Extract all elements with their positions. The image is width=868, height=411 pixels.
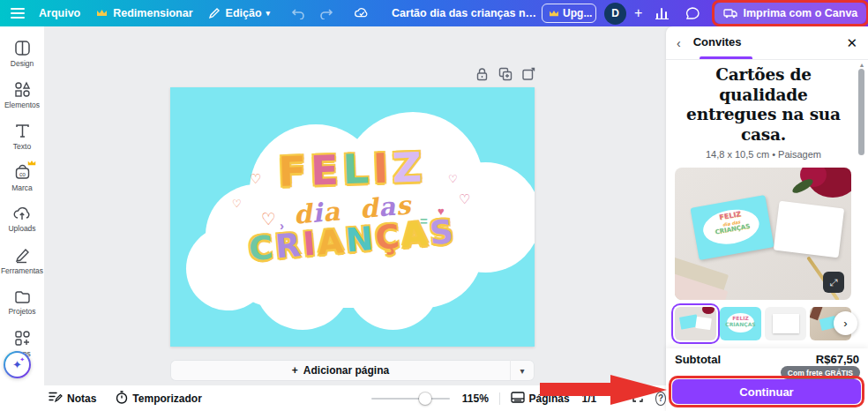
product-preview-photo[interactable]: FELIZ dia das CRIANÇAS ⤢ (675, 168, 851, 300)
magic-assistant-button[interactable]: ✦ ✦ (4, 351, 31, 378)
crown-icon (549, 6, 559, 20)
sidebar-item-projetos[interactable]: Projetos (0, 282, 44, 323)
add-member-button[interactable]: + (634, 6, 642, 20)
notes-icon (49, 391, 63, 406)
menu-edicao-label: Edição (226, 7, 262, 19)
notes-button[interactable]: Notas (49, 391, 96, 406)
crown-icon (94, 6, 108, 20)
document-title[interactable]: Cartão dia das crianças nuvem infan... (392, 7, 542, 19)
print-button-label: Imprima com o Canva (743, 7, 857, 19)
fullscreen-icon (632, 392, 643, 405)
timer-button[interactable]: Temporizador (116, 391, 201, 407)
sparkle-dash-decoration: › (280, 218, 284, 233)
zoom-slider-handle[interactable] (419, 392, 431, 405)
sidebar-label: Ferramentas (1, 266, 43, 275)
sidebar-item-elementos[interactable]: Elementos (0, 75, 44, 116)
subtotal-label: Subtotal (675, 353, 721, 366)
tab-active-underline (700, 56, 752, 59)
thumbnail-design-front[interactable]: FELIZ CRIANÇAS (720, 307, 761, 340)
sidebar-label: Marca (11, 183, 33, 192)
thumbnails-next-button[interactable]: › (834, 311, 857, 335)
text-icon (14, 123, 31, 139)
zoom-level[interactable]: 115% (462, 392, 489, 405)
undo-icon[interactable] (291, 6, 305, 20)
panel-title: Cartões de qualidade entregues na sua ca… (675, 65, 852, 145)
print-with-canva-button[interactable]: Imprima com o Canva (715, 3, 866, 24)
notes-label: Notas (67, 392, 96, 405)
sidebar-item-marca[interactable]: co Marca (0, 158, 44, 198)
heart-decoration: ♡ (250, 171, 261, 187)
pages-label: Páginas (529, 392, 570, 405)
sidebar-label: Texto (13, 142, 31, 151)
sidebar-label: Design (11, 59, 34, 68)
thumbnail-lifestyle-1[interactable] (675, 307, 716, 340)
sidebar-item-ferramentas[interactable]: Ferramentas (0, 241, 44, 281)
redo-icon[interactable] (319, 6, 333, 20)
heart-decoration: ♥ (438, 205, 445, 218)
uploads-cloud-icon (13, 206, 31, 221)
annotation-highlight-print: Imprima com o Canva (712, 0, 868, 26)
cloud-saved-icon[interactable] (355, 6, 369, 20)
tab-convites[interactable]: Convites (693, 35, 742, 50)
page-indicator: 1/1 (582, 392, 597, 405)
add-page-label: Adicionar página (303, 364, 389, 377)
annotation-highlight-continue: Continuar (669, 376, 864, 407)
heart-decoration: ♡ (459, 191, 470, 207)
add-page-caret-button[interactable]: ▾ (510, 360, 535, 381)
pencil-icon (207, 6, 221, 20)
panel-scrollbar[interactable]: ▲ ▼ (857, 62, 866, 369)
sidebar-item-texto[interactable]: Texto (0, 116, 44, 157)
sidebar-item-uploads[interactable]: Uploads (0, 199, 44, 240)
back-chevron-icon[interactable]: ‹ (677, 36, 681, 50)
grid-view-icon (610, 392, 622, 406)
mock-card-front: FELIZ dia das CRIANÇAS (690, 195, 774, 260)
pages-icon (511, 392, 525, 406)
expand-photo-button[interactable]: ⤢ (823, 272, 844, 293)
fullscreen-button[interactable] (632, 392, 643, 405)
mock-card-back (774, 201, 844, 258)
scroll-up-arrow[interactable]: ▲ (857, 62, 866, 68)
stopwatch-icon (116, 391, 128, 407)
timer-label: Temporizador (132, 392, 201, 405)
lock-icon[interactable] (475, 66, 490, 81)
insights-chart-icon[interactable] (650, 3, 673, 24)
zoom-slider[interactable] (371, 398, 450, 400)
plus-icon: + (292, 364, 298, 377)
continue-button[interactable]: Continuar (672, 379, 861, 404)
scrollbar-thumb[interactable] (858, 69, 864, 155)
sidebar-item-design[interactable]: Design (0, 34, 44, 74)
help-button[interactable]: ? (655, 392, 666, 406)
heart-decoration: ♡ (261, 209, 276, 229)
panel-specs: 14,8 x 10,5 cm • Paisagem (675, 149, 852, 160)
hamburger-menu-icon[interactable] (11, 6, 25, 20)
avatar[interactable]: D (604, 3, 626, 25)
add-page-button[interactable]: + Adicionar página (170, 360, 510, 381)
menu-edicao[interactable]: Edição ▾ (207, 6, 271, 20)
workspace: FELIZ dia das CRIANÇAS ♡ ♡ ♡ ♡ ♡ ♥ › = +… (44, 26, 666, 385)
design-page[interactable]: FELIZ dia das CRIANÇAS ♡ ♡ ♡ ♡ ♡ ♥ › = (170, 87, 535, 347)
panel-footer: Subtotal R$67,50 Com frete GRÁTIS Contin… (666, 348, 868, 411)
sidebar-label: Elementos (4, 101, 40, 109)
add-page-icon[interactable] (520, 66, 535, 81)
close-icon[interactable]: ✕ (846, 35, 857, 51)
thumbnail-blank-back[interactable] (765, 307, 806, 340)
panel-body: Cartões de qualidade entregues na sua ca… (666, 60, 868, 349)
apps-grid-icon (14, 330, 31, 347)
divider (499, 392, 500, 405)
duplicate-page-icon[interactable] (498, 66, 513, 81)
pages-button[interactable]: Páginas (511, 392, 570, 406)
panel-header: ‹ Convites ✕ (666, 26, 868, 60)
comments-bubble-icon[interactable] (681, 3, 704, 24)
menu-redimensionar[interactable]: Redimensionar (94, 6, 192, 20)
menu-arquivo[interactable]: Arquivo (39, 7, 80, 19)
elements-icon (14, 81, 31, 98)
design-icon (14, 40, 31, 56)
svg-text:co: co (19, 171, 26, 177)
subtotal-value: R$67,50 (816, 353, 859, 366)
chevron-down-icon: ▾ (266, 9, 271, 18)
upgrade-button[interactable]: Upg... (542, 4, 596, 23)
sidebar-label: Projetos (8, 307, 35, 316)
grid-view-button[interactable] (610, 392, 622, 406)
top-toolbar: Arquivo Redimensionar Edição ▾ Cartão di… (0, 0, 868, 26)
printer-truck-icon (723, 6, 737, 20)
